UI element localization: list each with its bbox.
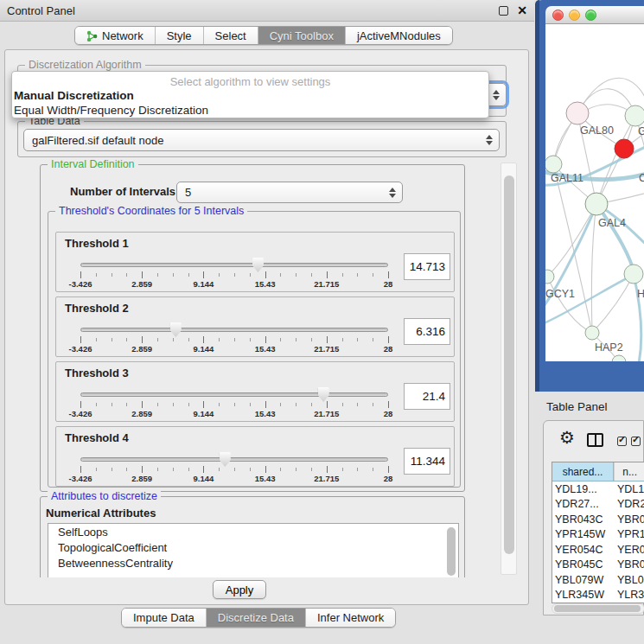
tick-mark: [112, 338, 112, 341]
threshold-3-value-field[interactable]: [404, 383, 450, 410]
tick-mark: [234, 273, 235, 277]
cell-name: YDR2...: [614, 498, 644, 510]
table-row[interactable]: YER054CYER0...: [552, 542, 644, 558]
attribute-list-item[interactable]: SelfLoops: [48, 524, 458, 539]
table-row[interactable]: YDL19...YDL1...: [552, 481, 644, 497]
algorithm-item-manual[interactable]: Manual Discretization: [12, 88, 488, 103]
slider-thumb[interactable]: [318, 387, 329, 402]
attribute-list-item[interactable]: BetweennessCentrality: [48, 555, 458, 571]
table-row[interactable]: YBR045CYBR0...: [552, 558, 644, 573]
tick-mark: [327, 271, 328, 278]
tab-select[interactable]: Select: [204, 27, 258, 44]
interval-definition-group: Interval Definition Number of Intervals …: [40, 164, 465, 492]
slider-track[interactable]: [80, 392, 388, 397]
tick-mark: [203, 336, 204, 343]
network-canvas[interactable]: GAL80GAGAL11CGAL4GCY1HHAP2: [545, 24, 644, 361]
tab-jactivemnodules[interactable]: jActiveMNodules: [346, 27, 452, 44]
checkbox-icon[interactable]: [617, 437, 627, 446]
numerical-attributes-list[interactable]: SelfLoopsTopologicalCoefficientBetweenne…: [48, 523, 459, 577]
slider-track[interactable]: [80, 328, 388, 332]
tick-mark: [188, 273, 189, 277]
threshold-2-value-field[interactable]: [404, 318, 450, 345]
tick-mark: [311, 403, 312, 406]
node-attribute-table[interactable]: shared... n... YDL19...YDL1...YDR27...YD…: [552, 462, 644, 603]
column-header-shared-name[interactable]: shared...: [552, 462, 614, 481]
slider-thumb[interactable]: [252, 258, 264, 272]
tab-network[interactable]: Network: [75, 27, 156, 44]
settings-scrollbar[interactable]: [501, 163, 517, 575]
tick-mark: [234, 338, 235, 341]
tab-cyni-toolbox[interactable]: Cyni Toolbox: [258, 27, 346, 44]
thresholds-group-title: Threshold's Coordinates for 5 Intervals: [55, 205, 247, 217]
network-node[interactable]: [625, 105, 644, 126]
table-row[interactable]: YDR27...YDR2...: [552, 497, 644, 513]
checkbox-icon[interactable]: [631, 437, 641, 446]
algorithm-prompt-item[interactable]: Select algorithm to view settings: [12, 72, 488, 88]
cell-name: YBL0...: [614, 574, 644, 586]
tick-label: 21.715: [314, 474, 339, 483]
minimize-traffic-light[interactable]: [569, 10, 580, 21]
tick-mark: [203, 401, 204, 408]
tick-mark: [373, 468, 373, 471]
tick-label: 21.715: [314, 409, 339, 418]
network-graph: GAL80GAGAL11CGAL4GCY1HHAP2: [545, 24, 644, 361]
tick-mark: [342, 403, 343, 406]
tick-label: -3.426: [69, 474, 92, 483]
tick-label: 28: [384, 409, 393, 418]
tab-discretize-data[interactable]: Discretize Data: [207, 609, 306, 627]
tick-label: 2.859: [131, 344, 152, 354]
threshold-4-label: Threshold 4: [65, 431, 129, 444]
network-node[interactable]: [545, 156, 562, 173]
algorithm-item-equal-width[interactable]: Equal Width/Frequency Discretization: [12, 103, 488, 118]
table-hscrollbar[interactable]: [552, 603, 644, 614]
threshold-4-value-field[interactable]: [404, 448, 450, 475]
cell-shared-name: YDL19...: [552, 483, 614, 495]
network-node[interactable]: [624, 265, 643, 284]
close-traffic-light[interactable]: [552, 10, 564, 21]
number-of-intervals-combobox[interactable]: 5: [176, 182, 403, 203]
zoom-traffic-light[interactable]: [585, 10, 596, 21]
table-data-selected: galFiltered.sif default node: [32, 134, 163, 147]
slider-track[interactable]: [80, 457, 388, 462]
network-node[interactable]: [585, 193, 608, 215]
tick-label: 28: [384, 279, 393, 289]
table-row[interactable]: YLR345WYLR3...: [552, 588, 644, 603]
tick-mark: [219, 338, 220, 341]
network-node[interactable]: [566, 102, 589, 124]
network-view-window[interactable]: GAL80GAGAL11CGAL4GCY1HHAP2: [535, 0, 644, 392]
attributes-group-title: Attributes to discretize: [48, 490, 161, 502]
tick-label: 2.859: [131, 474, 152, 483]
network-node[interactable]: [615, 139, 634, 158]
table-hscrollbar-thumb[interactable]: [554, 605, 641, 612]
close-icon[interactable]: ✕: [517, 6, 527, 16]
threshold-1-value-field[interactable]: [404, 253, 450, 280]
columns-icon[interactable]: [587, 433, 603, 447]
tick-mark: [142, 336, 143, 343]
slider-track[interactable]: [80, 263, 388, 267]
network-window-titlebar[interactable]: [545, 6, 644, 24]
tick-mark: [373, 338, 373, 341]
slider-thumb[interactable]: [220, 452, 231, 467]
tab-infer-network[interactable]: Infer Network: [306, 609, 395, 627]
gear-icon[interactable]: ⚙: [559, 428, 575, 447]
table-row[interactable]: YPR145WYPR1...: [552, 527, 644, 543]
table-row[interactable]: YBR043CYBR0...: [552, 512, 644, 527]
apply-button[interactable]: Apply: [213, 580, 266, 599]
tick-label: 9.144: [194, 409, 214, 418]
table-row[interactable]: YBL079WYBL0...: [552, 572, 644, 588]
threshold-2-label: Threshold 2: [65, 302, 129, 315]
slider-thumb[interactable]: [170, 322, 182, 337]
column-header-name[interactable]: n...: [614, 462, 644, 481]
network-node[interactable]: [585, 326, 599, 340]
tab-impute-data[interactable]: Impute Data: [122, 609, 207, 627]
tick-mark: [188, 403, 189, 406]
settings-scrollbar-thumb[interactable]: [504, 175, 514, 554]
tick-mark: [388, 271, 389, 278]
tab-style[interactable]: Style: [156, 27, 204, 44]
float-window-icon[interactable]: [499, 6, 508, 16]
control-panel-titlebar: Control Panel ✕: [0, 0, 534, 22]
list-scrollbar-thumb[interactable]: [447, 527, 456, 576]
table-data-combobox[interactable]: galFiltered.sif default node: [23, 129, 500, 151]
network-node[interactable]: [545, 270, 554, 284]
attribute-list-item[interactable]: TopologicalCoefficient: [48, 539, 458, 555]
